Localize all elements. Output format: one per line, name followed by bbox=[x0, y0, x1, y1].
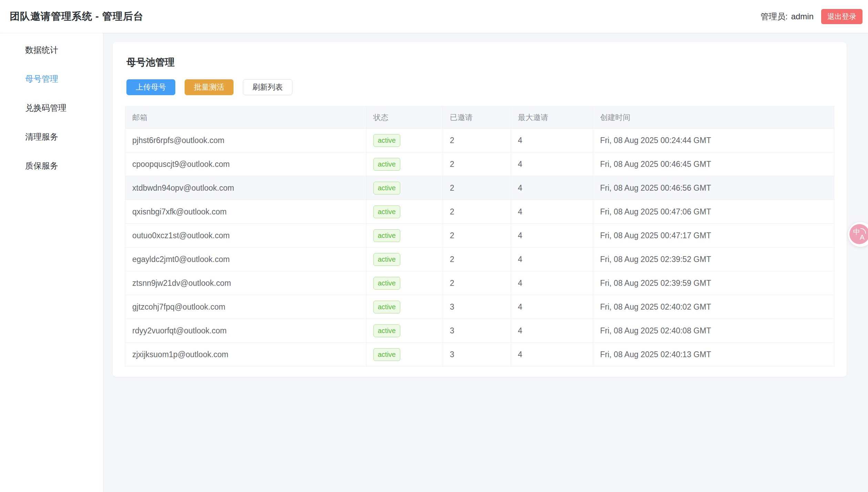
email-cell: zjxijksuom1p@outlook.com bbox=[125, 343, 366, 367]
status-badge: active bbox=[373, 277, 400, 290]
max-invites-cell: 4 bbox=[511, 343, 593, 367]
invited-cell: 2 bbox=[443, 129, 511, 152]
created-cell: Fri, 08 Aug 2025 00:46:45 GMT bbox=[593, 152, 834, 176]
status-cell: active bbox=[366, 129, 443, 152]
invited-cell: 2 bbox=[443, 200, 511, 224]
invited-cell: 3 bbox=[443, 319, 511, 343]
status-cell: active bbox=[366, 224, 443, 248]
latin-glyph: A bbox=[860, 233, 865, 241]
status-badge: active bbox=[373, 205, 400, 218]
invited-cell: 2 bbox=[443, 271, 511, 295]
column-header-invited: 已邀请 bbox=[443, 107, 511, 129]
max-invites-cell: 4 bbox=[511, 295, 593, 319]
topbar-right: 管理员: admin 退出登录 bbox=[761, 9, 862, 24]
status-badge: active bbox=[373, 229, 400, 242]
created-cell: Fri, 08 Aug 2025 00:24:44 GMT bbox=[593, 129, 834, 152]
status-badge: active bbox=[373, 158, 400, 171]
max-invites-cell: 4 bbox=[511, 129, 593, 152]
status-badge: active bbox=[373, 134, 400, 147]
created-cell: Fri, 08 Aug 2025 02:39:59 GMT bbox=[593, 271, 834, 295]
mother-account-pool-card: 母号池管理 上传母号 批量测活 刷新列表 邮箱 状态 已邀请 最大邀请 创建时间 bbox=[113, 42, 847, 377]
status-badge: active bbox=[373, 301, 400, 313]
toolbar: 上传母号 批量测活 刷新列表 bbox=[126, 79, 834, 95]
max-invites-cell: 4 bbox=[511, 152, 593, 176]
sidebar-item-2[interactable]: 兑换码管理 bbox=[0, 93, 103, 122]
upload-mother-accounts-button[interactable]: 上传母号 bbox=[126, 79, 175, 95]
invited-cell: 2 bbox=[443, 176, 511, 200]
table-row: ztsnn9jw21dv@outlook.com active 2 4 Fri,… bbox=[125, 271, 834, 295]
translate-widget-button[interactable]: 中 A bbox=[849, 224, 868, 244]
status-cell: active bbox=[366, 295, 443, 319]
created-cell: Fri, 08 Aug 2025 00:46:56 GMT bbox=[593, 176, 834, 200]
sidebar-item-0[interactable]: 数据统计 bbox=[0, 36, 103, 64]
invited-cell: 2 bbox=[443, 152, 511, 176]
column-header-status: 状态 bbox=[366, 107, 443, 129]
chinese-glyph: 中 bbox=[853, 227, 860, 237]
email-cell: gjtzcohj7fpq@outlook.com bbox=[125, 295, 366, 319]
email-cell: cpoopquscjt9@outlook.com bbox=[125, 152, 366, 176]
sidebar-item-1[interactable]: 母号管理 bbox=[0, 64, 103, 93]
max-invites-cell: 4 bbox=[511, 319, 593, 343]
column-header-max-invites: 最大邀请 bbox=[511, 107, 593, 129]
invited-cell: 3 bbox=[443, 343, 511, 367]
status-cell: active bbox=[366, 248, 443, 271]
account-table-header: 邮箱 状态 已邀请 最大邀请 创建时间 bbox=[125, 107, 834, 129]
email-cell: outuo0xcz1st@outlook.com bbox=[125, 224, 366, 248]
status-cell: active bbox=[366, 200, 443, 224]
status-cell: active bbox=[366, 176, 443, 200]
table-row: gjtzcohj7fpq@outlook.com active 3 4 Fri,… bbox=[125, 295, 834, 319]
max-invites-cell: 4 bbox=[511, 200, 593, 224]
table-row: qxisnbgi7xfk@outlook.com active 2 4 Fri,… bbox=[125, 200, 834, 224]
table-row: zjxijksuom1p@outlook.com active 3 4 Fri,… bbox=[125, 343, 834, 367]
app-title: 团队邀请管理系统 - 管理后台 bbox=[10, 10, 144, 23]
status-badge: active bbox=[373, 324, 400, 337]
created-cell: Fri, 08 Aug 2025 02:40:13 GMT bbox=[593, 343, 834, 367]
table-row: rdyy2vuorfqt@outlook.com active 3 4 Fri,… bbox=[125, 319, 834, 343]
status-badge: active bbox=[373, 253, 400, 266]
created-cell: Fri, 08 Aug 2025 00:47:17 GMT bbox=[593, 224, 834, 248]
admin-label: 管理员: bbox=[761, 11, 788, 22]
sidebar: 数据统计母号管理兑换码管理清理服务质保服务 bbox=[0, 33, 103, 492]
invited-cell: 2 bbox=[443, 248, 511, 271]
content-area: 母号池管理 上传母号 批量测活 刷新列表 邮箱 状态 已邀请 最大邀请 创建时间 bbox=[103, 33, 868, 492]
created-cell: Fri, 08 Aug 2025 02:39:52 GMT bbox=[593, 248, 834, 271]
status-badge: active bbox=[373, 182, 400, 194]
max-invites-cell: 4 bbox=[511, 224, 593, 248]
table-row: outuo0xcz1st@outlook.com active 2 4 Fri,… bbox=[125, 224, 834, 248]
invited-cell: 2 bbox=[443, 224, 511, 248]
logout-button[interactable]: 退出登录 bbox=[821, 9, 862, 24]
created-cell: Fri, 08 Aug 2025 00:47:06 GMT bbox=[593, 200, 834, 224]
email-cell: qxisnbgi7xfk@outlook.com bbox=[125, 200, 366, 224]
max-invites-cell: 4 bbox=[511, 248, 593, 271]
status-cell: active bbox=[366, 152, 443, 176]
batch-test-button[interactable]: 批量测活 bbox=[185, 79, 234, 95]
refresh-list-button[interactable]: 刷新列表 bbox=[243, 79, 292, 95]
table-row: xtdbwdn94opv@outlook.com active 2 4 Fri,… bbox=[125, 176, 834, 200]
email-cell: xtdbwdn94opv@outlook.com bbox=[125, 176, 366, 200]
sidebar-item-4[interactable]: 质保服务 bbox=[0, 151, 103, 180]
table-row: cpoopquscjt9@outlook.com active 2 4 Fri,… bbox=[125, 152, 834, 176]
email-cell: ztsnn9jw21dv@outlook.com bbox=[125, 271, 366, 295]
account-table-body: pjhst6r6rpfs@outlook.com active 2 4 Fri,… bbox=[125, 129, 834, 367]
email-cell: pjhst6r6rpfs@outlook.com bbox=[125, 129, 366, 152]
email-cell: rdyy2vuorfqt@outlook.com bbox=[125, 319, 366, 343]
status-cell: active bbox=[366, 319, 443, 343]
sidebar-item-3[interactable]: 清理服务 bbox=[0, 122, 103, 151]
table-row: egayldc2jmt0@outlook.com active 2 4 Fri,… bbox=[125, 248, 834, 271]
email-cell: egayldc2jmt0@outlook.com bbox=[125, 248, 366, 271]
created-cell: Fri, 08 Aug 2025 02:40:08 GMT bbox=[593, 319, 834, 343]
status-badge: active bbox=[373, 348, 400, 361]
status-cell: active bbox=[366, 271, 443, 295]
max-invites-cell: 4 bbox=[511, 271, 593, 295]
page-title: 母号池管理 bbox=[126, 56, 834, 69]
created-cell: Fri, 08 Aug 2025 02:40:02 GMT bbox=[593, 295, 834, 319]
column-header-email: 邮箱 bbox=[125, 107, 366, 129]
invited-cell: 3 bbox=[443, 295, 511, 319]
admin-name: admin bbox=[791, 12, 814, 21]
status-cell: active bbox=[366, 343, 443, 367]
topbar: 团队邀请管理系统 - 管理后台 管理员: admin 退出登录 bbox=[0, 0, 868, 33]
main-layout: 数据统计母号管理兑换码管理清理服务质保服务 母号池管理 上传母号 批量测活 刷新… bbox=[0, 33, 868, 492]
account-table: 邮箱 状态 已邀请 最大邀请 创建时间 pjhst6r6rpfs@outlook… bbox=[125, 106, 834, 367]
column-header-created: 创建时间 bbox=[593, 107, 834, 129]
max-invites-cell: 4 bbox=[511, 176, 593, 200]
